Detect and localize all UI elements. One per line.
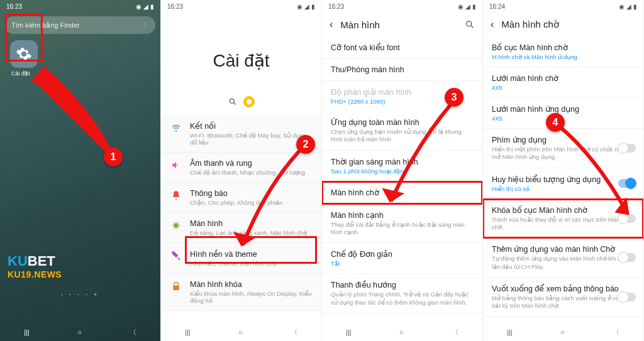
homescreen-list: Bố cục Màn hình chờM.hình chờ và Màn hìn… — [483, 36, 643, 323]
back-icon[interactable]: ‹ — [491, 19, 494, 30]
settings-title: Cài đặt — [161, 50, 321, 71]
nav-back[interactable]: 〈 — [452, 328, 458, 337]
nav-home[interactable]: ○ — [560, 328, 565, 336]
display-item[interactable]: Màn hình cạnhThay đổi cài đặt Bảng ở cạn… — [322, 204, 482, 244]
nav-bar: ||| ○ 〈 — [322, 323, 482, 341]
status-bar: 16:23 ◉ ◢ ▮ — [161, 0, 321, 13]
status-bar: 16:23 ◉ ◢ ▮ — [322, 0, 482, 13]
more-icon[interactable]: ⋮ — [142, 21, 149, 30]
status-bar: 16:24 ◉ ◢ ▮ — [483, 0, 643, 13]
home-body: Tìm kiếm bằng Finder ⋮ Cài đặt 1 KUBET K… — [0, 13, 160, 323]
item-label: Huy hiệu biểu tượng ứng dụng — [492, 175, 635, 184]
nav-bar: ||| ○ 〈 — [483, 323, 643, 341]
settings-item-notif[interactable]: Thông báoChặn, Cho phép, Không làm phiền — [161, 183, 321, 213]
nav-home[interactable]: ○ — [77, 328, 82, 336]
lock-icon — [170, 280, 182, 304]
toggle-switch[interactable] — [618, 293, 636, 301]
nav-home[interactable]: ○ — [399, 328, 404, 336]
item-label: Thêm ứng dụng vào màn hình Chờ — [492, 244, 635, 254]
status-icons-right: ◉ ◢ ▮ — [458, 3, 476, 10]
item-label: Thanh điều hướng — [331, 280, 474, 290]
homescreen-item[interactable]: Thêm ứng dụng vào màn hình ChờTự động th… — [483, 238, 643, 278]
header-title: Màn hình — [340, 19, 457, 30]
item-label: Màn hình cạnh — [331, 210, 474, 220]
wifi-icon — [170, 121, 182, 146]
item-label: Thời gian sáng màn hình — [331, 157, 474, 166]
item-label: Khóa bố cục Màn hình chờ — [492, 205, 635, 215]
account-icon[interactable] — [243, 96, 255, 107]
display-icon — [170, 219, 182, 236]
item-label: Thu/Phóng màn hình — [331, 65, 474, 74]
step-badge-4: 4 — [546, 113, 565, 132]
phone-4-homescreen: 16:24 ◉ ◢ ▮ ‹ Màn hình chờ Bố cục Màn hì… — [483, 0, 644, 341]
display-item[interactable]: Thanh điều hướngQuản lý phím Trang chính… — [322, 274, 482, 313]
toggle-switch[interactable] — [618, 253, 636, 262]
toggle-switch[interactable] — [618, 179, 636, 188]
nav-recent[interactable]: ||| — [346, 328, 352, 336]
notif-icon — [170, 189, 182, 206]
nav-home[interactable]: ○ — [238, 328, 243, 336]
item-sub: Hiển thị một phím trên Màn hình chờ có c… — [492, 146, 635, 161]
display-item[interactable]: Màn hình chờ — [322, 181, 482, 204]
status-icons-right: ◉ ◢ ▮ — [136, 3, 154, 10]
item-label: Ứng dụng toàn màn hình — [331, 117, 474, 127]
item-sub: Tránh xóa hoặc thay đổi vị trí các mục t… — [492, 216, 635, 232]
item-sub: Thay đổi cài đặt Bảng ở cạnh hoặc Bật sá… — [331, 221, 474, 237]
item-label: Vuốt xuống để xem bảng thông báo — [492, 284, 635, 293]
toggle-switch[interactable] — [618, 144, 636, 153]
item-sub: Chọn ứng dụng bạn muốn sử dụng ở tỉ lệ k… — [331, 128, 474, 144]
item-label: Màn hình — [190, 219, 313, 228]
header: ‹ Màn hình chờ — [483, 13, 643, 36]
item-value: M.hình chờ và Màn hình ứ.dụng — [492, 53, 635, 60]
nav-back[interactable]: 〈 — [291, 328, 297, 337]
status-time: 16:24 — [489, 3, 505, 10]
nav-recent[interactable]: ||| — [185, 328, 191, 336]
nav-back[interactable]: 〈 — [613, 328, 619, 337]
status-bar: 16:23 ◉ ◢ ▮ — [0, 0, 160, 13]
highlight-box-2 — [185, 236, 317, 264]
item-label: Phím ứng dụng — [492, 135, 635, 144]
nav-recent[interactable]: ||| — [507, 328, 513, 336]
search-icon[interactable] — [465, 19, 475, 30]
back-icon[interactable]: ‹ — [330, 19, 333, 30]
kubet-logo: KUBET KU19.NEWS — [8, 253, 62, 279]
status-time: 16:23 — [167, 3, 183, 10]
display-list: Cỡ font và kiểu fontThu/Phóng màn hìnhĐộ… — [322, 36, 482, 313]
display-item[interactable]: Thời gian sáng màn hìnhSau 1 phút không … — [322, 151, 482, 181]
header: ‹ Màn hình — [322, 13, 482, 36]
homescreen-item[interactable]: Xoay sang chế độ ngangTự động xoay Màn h… — [483, 317, 643, 323]
display-item[interactable]: Chế độ Đơn giảnTắt — [322, 243, 482, 274]
homescreen-item[interactable]: Phím ứng dụngHiển thị một phím trên Màn … — [483, 129, 643, 168]
homescreen-item[interactable]: Huy hiệu biểu tượng ứng dụngHiển thị có … — [483, 168, 643, 199]
display-item[interactable]: Ứng dụng toàn màn hìnhChọn ứng dụng bạn … — [322, 111, 482, 151]
toggle-switch[interactable] — [618, 214, 636, 223]
homescreen-item[interactable]: Bố cục Màn hình chờM.hình chờ và Màn hìn… — [483, 36, 643, 67]
settings-body: Cài đặt Kết nốiWi-Fi, Bluetooth, Chế độ … — [161, 13, 321, 323]
homescreen-item[interactable]: Khóa bố cục Màn hình chờTránh xóa hoặc t… — [483, 199, 643, 239]
sound-icon — [170, 159, 182, 176]
nav-back[interactable]: 〈 — [130, 328, 136, 337]
theme-icon — [170, 249, 182, 267]
display-item[interactable]: Cỡ font và kiểu font — [322, 36, 482, 59]
display-item[interactable]: Thu/Phóng màn hình — [322, 59, 482, 81]
nav-bar: ||| ○ 〈 — [161, 323, 321, 341]
item-value: Hiển thị có số — [492, 185, 635, 192]
svg-point-1 — [230, 99, 234, 103]
settings-item-lock[interactable]: Màn hình khóaKiểu khóa màn hình, Always … — [161, 274, 321, 311]
item-label: Kết nối — [190, 121, 313, 131]
item-label: Màn hình khóa — [190, 280, 313, 289]
item-sub: Độ sáng, Lọc ánh sáng xanh, Màn hình chờ — [190, 229, 313, 236]
step-badge-2: 2 — [296, 135, 315, 154]
homescreen-item[interactable]: Lưới màn hình chờ4X5 — [483, 67, 643, 98]
page-dots: • • • • ● — [0, 291, 160, 297]
nav-recent[interactable]: ||| — [24, 328, 30, 336]
status-icons-right: ◉ ◢ ▮ — [619, 3, 637, 10]
phone-1-home: 16:23 ◉ ◢ ▮ Tìm kiếm bằng Finder ⋮ Cài đ… — [0, 0, 161, 341]
search-icon[interactable] — [228, 97, 237, 106]
item-sub: Tự động thêm ứng dụng vào Màn hình chờ k… — [492, 255, 635, 271]
settings-item-sound[interactable]: Âm thanh và rungChế độ âm thanh, Nhạc ch… — [161, 153, 321, 183]
item-label: Cỡ font và kiểu font — [331, 43, 474, 52]
item-label: Âm thanh và rung — [190, 159, 313, 168]
homescreen-item[interactable]: Vuốt xuống để xem bảng thông báoMở bảng … — [483, 278, 643, 317]
item-label: Bố cục Màn hình chờ — [492, 43, 635, 52]
